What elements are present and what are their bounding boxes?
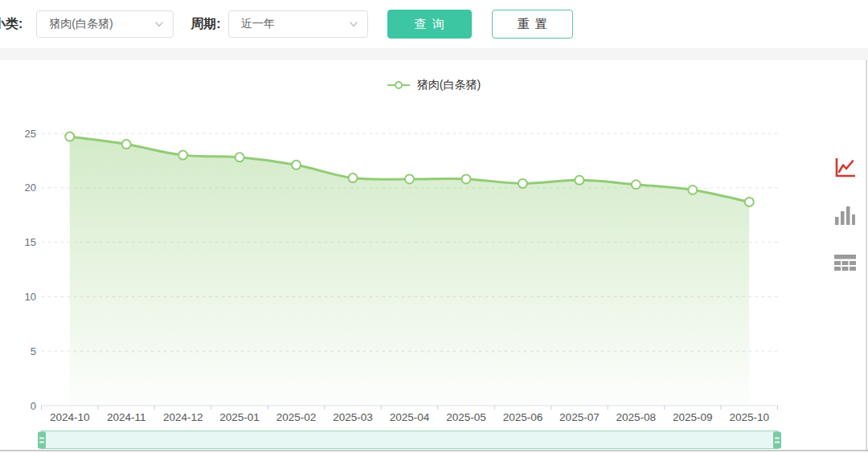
y-axis-tick-label: 0 [31, 400, 36, 412]
category-select[interactable]: 猪肉(白条猪) [36, 10, 174, 38]
x-axis-tick-label: 2025-09 [673, 411, 713, 423]
filter-bar: 小类: 猪肉(白条猪) 周期: 近一年 查询 重置 [0, 0, 868, 48]
data-point-marker [632, 180, 641, 189]
data-point-marker [292, 161, 301, 169]
x-axis-tick-label: 2024-10 [50, 411, 90, 423]
datazoom-left-handle[interactable] [38, 431, 46, 448]
period-select-value: 近一年 [229, 17, 275, 31]
section-separator [0, 48, 868, 60]
x-axis-tick-label: 2025-04 [390, 411, 430, 423]
reset-button[interactable]: 重置 [492, 10, 573, 39]
datazoom-right-handle[interactable] [773, 431, 781, 448]
legend-label: 猪肉(白条猪) [417, 78, 481, 92]
x-axis-tick-label: 2025-05 [446, 411, 486, 423]
category-select-value: 猪肉(白条猪) [37, 17, 113, 31]
data-point-marker [688, 186, 697, 194]
chart-panel: 05101520252024-102024-112024-122025-0120… [0, 60, 868, 453]
data-point-marker [122, 140, 131, 149]
chart-type-toolbar [833, 157, 856, 274]
category-label: 小类: [0, 16, 23, 33]
data-point-marker [178, 151, 187, 160]
query-button[interactable]: 查询 [387, 10, 472, 39]
y-axis-tick-label: 15 [25, 236, 36, 248]
data-point-marker [405, 174, 414, 183]
x-axis-tick-label: 2025-01 [219, 411, 260, 423]
period-select[interactable]: 近一年 [228, 10, 368, 38]
data-point-marker [65, 133, 74, 141]
x-axis-tick-label: 2025-06 [503, 411, 543, 423]
y-axis-tick-label: 10 [25, 291, 36, 303]
page-bottom-border [0, 450, 868, 451]
x-axis-tick-label: 2025-03 [333, 411, 373, 423]
data-point-marker [235, 153, 244, 161]
legend-item-pork[interactable]: 猪肉(白条猪) [0, 78, 868, 92]
x-axis-tick-label: 2025-07 [559, 411, 600, 423]
data-point-marker [518, 179, 527, 188]
bar-chart-icon[interactable] [833, 204, 856, 226]
line-chart-icon[interactable] [833, 157, 856, 179]
x-axis-tick-label: 2024-11 [107, 411, 146, 423]
y-axis-tick-label: 20 [25, 182, 36, 194]
x-axis-tick-label: 2025-02 [276, 411, 317, 423]
page-right-border [866, 60, 867, 451]
data-point-marker [349, 173, 358, 182]
y-axis-tick-label: 25 [25, 128, 36, 140]
price-query-page: 小类: 猪肉(白条猪) 周期: 近一年 查询 重置 05101520252024… [0, 0, 868, 453]
line-chart: 05101520252024-102024-112024-122025-0120… [0, 60, 868, 453]
table-view-icon[interactable] [833, 251, 856, 274]
x-axis-tick-label: 2025-08 [616, 411, 657, 423]
datazoom-slider[interactable] [41, 431, 778, 449]
data-point-marker [575, 176, 583, 185]
chevron-down-icon [154, 18, 165, 30]
period-label: 周期: [190, 16, 220, 33]
y-axis-tick-label: 5 [31, 345, 36, 357]
data-point-marker [461, 174, 470, 183]
data-point-marker [745, 198, 754, 206]
chevron-down-icon [348, 18, 359, 30]
x-axis-tick-label: 2025-10 [729, 411, 769, 423]
legend-line-marker-icon [387, 81, 410, 89]
x-axis-tick-label: 2024-12 [163, 411, 203, 423]
